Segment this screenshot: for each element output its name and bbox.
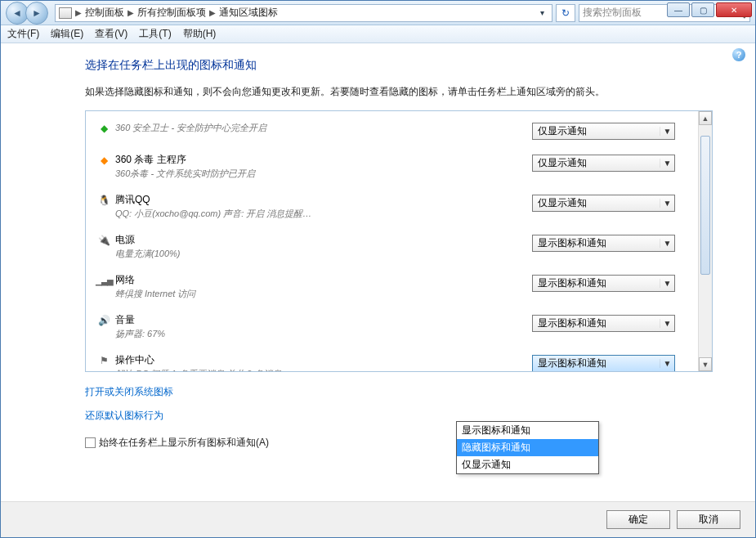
- list-item: ⚑操作中心解决 PC 问题 1 条重要消息 总共 2 条消息显示图标和通知▼: [92, 348, 696, 371]
- item-title: 360 杀毒 主程序: [115, 153, 532, 167]
- chevron-down-icon: ▼: [660, 199, 674, 208]
- menu-edit[interactable]: 编辑(E): [51, 27, 83, 41]
- chevron-right-icon: ▶: [127, 8, 134, 17]
- nav-back-forward: ◄ ►: [6, 2, 48, 25]
- shield-orange-icon: ◆: [97, 154, 110, 167]
- shield-green-icon: ◆: [97, 122, 110, 135]
- combo-value: 显示图标和通知: [538, 356, 606, 370]
- chevron-down-icon: ▼: [660, 359, 674, 368]
- flag-icon: ⚑: [97, 354, 110, 367]
- combo-value: 显示图标和通知: [538, 276, 606, 290]
- list-item: 🔊音量扬声器: 67%显示图标和通知▼: [92, 308, 696, 348]
- always-show-checkbox[interactable]: [85, 437, 96, 448]
- ok-button[interactable]: 确定: [606, 510, 670, 529]
- breadcrumb-item[interactable]: 控制面板: [85, 6, 124, 20]
- maximize-button[interactable]: ▢: [691, 2, 714, 17]
- search-placeholder: 搜索控制面板: [583, 6, 642, 20]
- behavior-combo[interactable]: 仅显示通知▼: [532, 155, 675, 172]
- speaker-icon: 🔊: [97, 314, 110, 327]
- menu-file[interactable]: 文件(F): [7, 27, 39, 41]
- chevron-down-icon: ▼: [660, 279, 674, 288]
- combo-value: 显示图标和通知: [538, 316, 606, 330]
- breadcrumb-item[interactable]: 通知区域图标: [219, 6, 278, 20]
- item-subtitle: 蜂倶搜 Internet 访问: [115, 288, 320, 300]
- titlebar: ◄ ► ▶ 控制面板 ▶ 所有控制面板项 ▶ 通知区域图标 ▾ ↻ 搜索控制面板…: [1, 1, 755, 25]
- minimize-button[interactable]: —: [667, 2, 690, 17]
- chevron-right-icon: ▶: [209, 8, 216, 17]
- chevron-down-icon: ▼: [660, 319, 674, 328]
- menu-tools[interactable]: 工具(T): [139, 27, 171, 41]
- item-title: 操作中心: [115, 353, 532, 367]
- combo-value: 仅显示通知: [538, 124, 587, 138]
- list-item: ◆360 安全卫士 - 安全防护中心完全开启仅显示通知▼: [92, 116, 696, 148]
- address-wrap: ▶ 控制面板 ▶ 所有控制面板项 ▶ 通知区域图标 ▾ ↻ 搜索控制面板 🔍: [55, 4, 750, 22]
- bars-icon: ▁▃▅: [97, 274, 110, 287]
- icon-list: ◆360 安全卫士 - 安全防护中心完全开启仅显示通知▼◆360 杀毒 主程序3…: [86, 111, 712, 371]
- qq-icon: 🐧: [97, 194, 110, 207]
- list-item: 🔌电源电量充满(100%)显示图标和通知▼: [92, 228, 696, 268]
- refresh-button[interactable]: ↻: [556, 4, 575, 22]
- list-item: ◆360 杀毒 主程序360杀毒 - 文件系统实时防护已开启仅显示通知▼: [92, 148, 696, 188]
- item-subtitle: 扬声器: 67%: [115, 328, 320, 340]
- forward-button[interactable]: ►: [25, 2, 48, 25]
- item-title: 网络: [115, 273, 532, 287]
- links-section: 打开或关闭系统图标 还原默认图标行为: [85, 385, 713, 433]
- control-panel-icon: [59, 7, 72, 19]
- content-area: ? 选择在任务栏上出现的图标和通知 如果选择隐藏图标和通知，则不会向您通知更改和…: [1, 43, 755, 501]
- chevron-right-icon: ▶: [75, 8, 82, 17]
- item-title: 电源: [115, 233, 532, 247]
- window-controls: — ▢ ✕: [667, 2, 752, 17]
- menu-help[interactable]: 帮助(H): [183, 27, 217, 41]
- control-panel-window: ◄ ► ▶ 控制面板 ▶ 所有控制面板项 ▶ 通知区域图标 ▾ ↻ 搜索控制面板…: [0, 0, 756, 538]
- behavior-dropdown-panel[interactable]: 显示图标和通知隐藏图标和通知仅显示通知: [456, 421, 599, 474]
- dialog-footer: 确定 取消: [1, 501, 755, 537]
- behavior-combo[interactable]: 显示图标和通知▼: [532, 235, 675, 252]
- list-item: 🐧腾讯QQQQ: 小豆(xocho@qq.com) 声音: 开启 消息提醒…仅显…: [92, 188, 696, 228]
- page-description: 如果选择隐藏图标和通知，则不会向您通知更改和更新。若要随时查看隐藏的图标，请单击…: [85, 84, 713, 99]
- icon-list-frame: ◆360 安全卫士 - 安全防护中心完全开启仅显示通知▼◆360 杀毒 主程序3…: [85, 110, 713, 372]
- always-show-label: 始终在任务栏上显示所有图标和通知(A): [99, 436, 269, 450]
- scrollbar[interactable]: ▲ ▼: [698, 111, 712, 371]
- combo-value: 仅显示通知: [538, 196, 587, 210]
- item-subtitle: 电量充满(100%): [115, 248, 320, 260]
- cancel-button[interactable]: 取消: [677, 510, 740, 529]
- behavior-combo[interactable]: 显示图标和通知▼: [532, 315, 675, 332]
- list-item: ▁▃▅网络蜂倶搜 Internet 访问显示图标和通知▼: [92, 268, 696, 308]
- scroll-down-button[interactable]: ▼: [699, 357, 712, 371]
- plug-icon: 🔌: [97, 234, 110, 247]
- scroll-thumb[interactable]: [700, 136, 710, 275]
- item-subtitle: 解决 PC 问题 1 条重要消息 总共 2 条消息: [115, 368, 320, 371]
- link-toggle-system-icons[interactable]: 打开或关闭系统图标: [85, 385, 173, 399]
- chevron-down-icon: ▼: [660, 127, 674, 136]
- address-bar[interactable]: ▶ 控制面板 ▶ 所有控制面板项 ▶ 通知区域图标 ▾: [55, 4, 552, 22]
- combo-value: 显示图标和通知: [538, 236, 606, 250]
- link-restore-defaults[interactable]: 还原默认图标行为: [85, 409, 163, 423]
- item-title: 音量: [115, 313, 532, 327]
- help-icon[interactable]: ?: [732, 48, 745, 61]
- dropdown-option[interactable]: 隐藏图标和通知: [457, 439, 598, 456]
- dropdown-option[interactable]: 仅显示通知: [457, 456, 598, 473]
- chevron-down-icon: ▼: [660, 159, 674, 168]
- behavior-combo[interactable]: 仅显示通知▼: [532, 123, 675, 140]
- breadcrumb-item[interactable]: 所有控制面板项: [137, 6, 206, 20]
- behavior-combo[interactable]: 显示图标和通知▼: [532, 275, 675, 292]
- item-subtitle: 360 安全卫士 - 安全防护中心完全开启: [115, 122, 320, 134]
- close-button[interactable]: ✕: [716, 2, 752, 17]
- address-dropdown-icon[interactable]: ▾: [535, 8, 548, 17]
- always-show-row: 始终在任务栏上显示所有图标和通知(A): [85, 436, 713, 450]
- page-title: 选择在任务栏上出现的图标和通知: [85, 58, 713, 73]
- item-subtitle: 360杀毒 - 文件系统实时防护已开启: [115, 168, 320, 180]
- combo-value: 仅显示通知: [538, 156, 587, 170]
- dropdown-option[interactable]: 显示图标和通知: [457, 422, 598, 439]
- menu-view[interactable]: 查看(V): [95, 27, 127, 41]
- item-title: 腾讯QQ: [115, 193, 532, 207]
- behavior-combo[interactable]: 显示图标和通知▼: [532, 355, 675, 371]
- scroll-up-button[interactable]: ▲: [699, 111, 712, 125]
- menu-bar: 文件(F) 编辑(E) 查看(V) 工具(T) 帮助(H): [1, 25, 755, 43]
- chevron-down-icon: ▼: [660, 239, 674, 248]
- behavior-combo[interactable]: 仅显示通知▼: [532, 195, 675, 212]
- item-subtitle: QQ: 小豆(xocho@qq.com) 声音: 开启 消息提醒…: [115, 208, 320, 220]
